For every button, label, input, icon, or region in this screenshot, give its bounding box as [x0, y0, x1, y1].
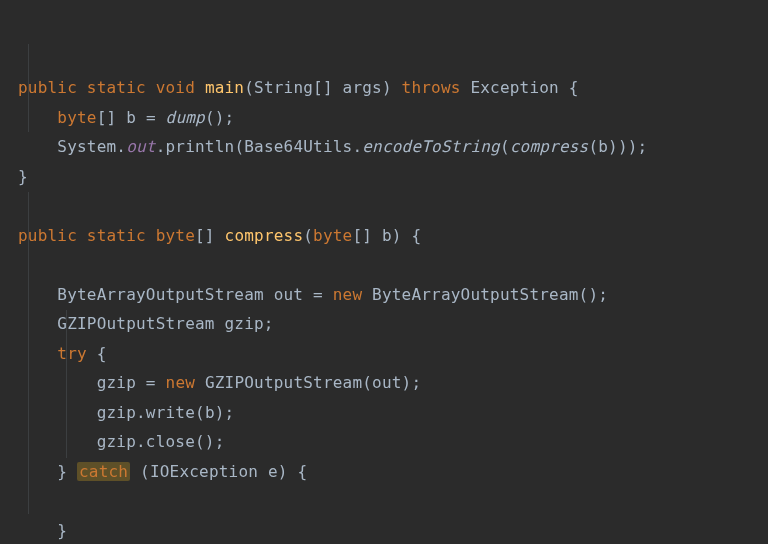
code-line: }: [18, 167, 28, 186]
code-line: }: [18, 521, 67, 540]
keyword-throws: throws: [402, 78, 461, 97]
keyword-new: new: [333, 285, 363, 304]
code-line: } catch (IOException e) {: [18, 462, 307, 481]
code-editor[interactable]: public static void main(String[] args) t…: [0, 0, 768, 544]
blank-line: [18, 196, 28, 215]
code-line: gzip.close();: [18, 432, 225, 451]
field-out: out: [126, 137, 156, 156]
keyword-catch-highlighted: catch: [77, 462, 130, 481]
method-name-main: main: [205, 78, 244, 97]
code-line: try {: [18, 344, 107, 363]
code-line: System.out.println(Base64Utils.encodeToS…: [18, 137, 647, 156]
code-line: public static void main(String[] args) t…: [18, 78, 579, 97]
keyword-try: try: [57, 344, 87, 363]
keyword-byte: byte: [57, 108, 96, 127]
method-name-compress: compress: [225, 226, 304, 245]
call-dump: dump: [166, 108, 205, 127]
blank-line: [18, 255, 28, 274]
keyword-static: static: [87, 78, 146, 97]
code-line: byte[] b = dump();: [18, 108, 234, 127]
code-line: GZIPOutputStream gzip;: [18, 314, 274, 333]
keyword-void: void: [156, 78, 195, 97]
code-line: public static byte[] compress(byte[] b) …: [18, 226, 421, 245]
keyword-public: public: [18, 78, 77, 97]
code-line: ByteArrayOutputStream out = new ByteArra…: [18, 285, 608, 304]
code-line: gzip.write(b);: [18, 403, 234, 422]
type-string: String: [254, 78, 313, 97]
code-line: gzip = new GZIPOutputStream(out);: [18, 373, 421, 392]
blank-line: [18, 491, 28, 510]
